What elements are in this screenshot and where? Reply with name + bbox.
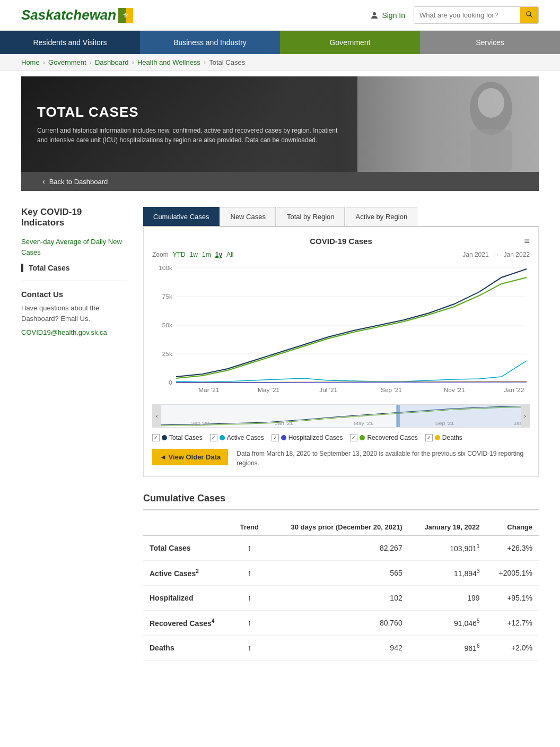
legend-label-recovered: Recovered Cases [367, 434, 417, 441]
svg-text:May '21: May '21 [354, 421, 373, 426]
search-bar[interactable] [414, 6, 539, 24]
zoom-1y[interactable]: 1y [215, 251, 222, 258]
svg-text:Jan '22: Jan '22 [504, 387, 524, 393]
back-arrow-icon: ‹ [42, 177, 45, 186]
legend-item-recovered[interactable]: ✓ Recovered Cases [350, 434, 417, 441]
hero-overlay: TOTAL CASES Current and historical infor… [21, 76, 357, 172]
legend-label-total: Total Cases [169, 434, 203, 441]
svg-text:Jan '21: Jan '21 [275, 421, 293, 426]
svg-rect-7 [470, 129, 512, 172]
date-range-start: Jan 2021 [462, 251, 488, 258]
table-row: Total Cases ↑ 82,267 103,9011 +26.3% [143, 536, 539, 561]
search-button[interactable] [520, 7, 538, 23]
nav-item-business[interactable]: Business and Industry [140, 31, 280, 54]
breadcrumb-dashboard[interactable]: Dashboard [95, 58, 129, 66]
chart-menu-icon[interactable]: ≡ [404, 236, 530, 247]
header-right: Sign In [370, 6, 539, 24]
legend-item-total[interactable]: ✓ Total Cases [152, 434, 203, 441]
contact-email[interactable]: COVID19@health.gov.sk.ca [21, 328, 107, 336]
svg-point-3 [373, 12, 376, 15]
logo-flag-icon: ⚜ [118, 8, 133, 23]
tab-total-region[interactable]: Total by Region [277, 207, 345, 226]
tab-bar: Cumulative Cases New Cases Total by Regi… [143, 207, 539, 227]
main-nav: Residents and Visitors Business and Indu… [0, 31, 560, 54]
legend-row: ✓ Total Cases ✓ Active Cases ✓ Hospitali… [152, 434, 530, 441]
svg-point-4 [527, 12, 531, 16]
tab-active-region[interactable]: Active by Region [346, 207, 418, 226]
table-row: Hospitalized ↑ 102 199 +95.1% [143, 586, 539, 611]
col-header-prior: 30 days prior (December 20, 2021) [267, 519, 409, 536]
table-row: Active Cases2 ↑ 565 11,8943 +2005.1% [143, 561, 539, 586]
user-icon [370, 11, 379, 20]
row-label-recovered: Recovered Cases4 [143, 611, 232, 636]
row-change-deaths: +2.0% [486, 636, 539, 661]
tab-new-cases[interactable]: New Cases [221, 207, 276, 226]
breadcrumb-sep-4: › [204, 58, 206, 66]
row-label-total: Total Cases [143, 536, 232, 561]
sidebar-divider [21, 281, 127, 281]
logo-text: Saskatchewan [21, 7, 116, 23]
zoom-controls: Zoom YTD 1w 1m 1y All Jan 2021 → Jan 202… [152, 251, 530, 258]
svg-text:May '21: May '21 [258, 387, 279, 393]
search-input[interactable] [414, 7, 520, 23]
row-label-active: Active Cases2 [143, 561, 232, 586]
mini-chart: Sep '20 Jan '21 May '21 Sep '21 Jan [153, 405, 529, 428]
sign-in-button[interactable]: Sign In [370, 11, 405, 20]
row-current-deaths: 9616 [409, 636, 486, 661]
sidebar-title: Key COVID-19 Indicators [21, 207, 127, 228]
nav-item-residents[interactable]: Residents and Visitors [0, 31, 140, 54]
breadcrumb-government[interactable]: Government [48, 58, 86, 66]
older-data-row: ◄ View Older Data Data from March 18, 20… [152, 449, 530, 468]
scroll-right-arrow[interactable]: › [521, 405, 529, 427]
legend-label-deaths: Deaths [442, 434, 462, 441]
row-prior-hospitalized: 102 [267, 586, 409, 611]
zoom-label: Zoom [152, 251, 169, 258]
chart-svg-wrapper: 100k 75k 50k 25k 0 [152, 263, 530, 428]
row-prior-total: 82,267 [267, 536, 409, 561]
svg-text:75k: 75k [162, 294, 173, 300]
svg-text:Sep '21: Sep '21 [435, 421, 454, 426]
nav-item-services[interactable]: Services [420, 31, 560, 54]
svg-text:Nov '21: Nov '21 [444, 387, 465, 393]
breadcrumb-sep-3: › [132, 58, 134, 66]
row-trend-hospitalized: ↑ [232, 586, 268, 611]
logo[interactable]: Saskatchewan ⚜ [21, 7, 133, 23]
tab-cumulative[interactable]: Cumulative Cases [143, 207, 220, 226]
breadcrumb-health[interactable]: Health and Wellness [137, 58, 200, 66]
svg-rect-26 [398, 405, 530, 428]
svg-text:Sep '21: Sep '21 [381, 387, 402, 393]
zoom-ytd[interactable]: YTD [173, 251, 186, 258]
legend-item-deaths[interactable]: ✓ Deaths [425, 434, 462, 441]
recovered-cases-line [176, 277, 527, 378]
view-older-data-button[interactable]: ◄ View Older Data [152, 449, 228, 465]
scroll-left-arrow[interactable]: ‹ [153, 405, 161, 427]
sidebar-link-daily[interactable]: Seven-day Average of Daily New Cases [21, 237, 127, 257]
row-trend-deaths: ↑ [232, 636, 268, 661]
chart-navigator[interactable]: Sep '20 Jan '21 May '21 Sep '21 Jan ‹ › [152, 404, 530, 428]
row-trend-recovered: ↑ [232, 611, 268, 636]
zoom-1w[interactable]: 1w [190, 251, 198, 258]
table-row: Deaths ↑ 942 9616 +2.0% [143, 636, 539, 661]
back-bar[interactable]: ‹ Back to Dashboard [21, 172, 539, 191]
breadcrumb-current: Total Cases [209, 58, 245, 66]
svg-text:25k: 25k [162, 351, 173, 357]
zoom-1m[interactable]: 1m [202, 251, 211, 258]
row-current-active: 11,8943 [409, 561, 486, 586]
main-chart: 100k 75k 50k 25k 0 [152, 263, 530, 401]
search-icon [526, 11, 533, 18]
sidebar-active-item: Total Cases [21, 264, 127, 272]
row-trend-active: ↑ [232, 561, 268, 586]
nav-item-government[interactable]: Government [280, 31, 420, 54]
hero-banner: TOTAL CASES Current and historical infor… [21, 76, 539, 172]
legend-item-active[interactable]: ✓ Active Cases [210, 434, 264, 441]
hospitalized-line [176, 382, 527, 383]
breadcrumb-home[interactable]: Home [21, 58, 40, 66]
legend-item-hospitalized[interactable]: ✓ Hospitalized Cases [272, 434, 343, 441]
row-prior-deaths: 942 [267, 636, 409, 661]
row-change-active: +2005.1% [486, 561, 539, 586]
total-cases-line [176, 269, 527, 377]
breadcrumb: Home › Government › Dashboard › Health a… [0, 54, 560, 71]
person-icon [422, 76, 528, 172]
zoom-all[interactable]: All [226, 251, 233, 258]
svg-text:Jul '21: Jul '21 [319, 387, 337, 393]
